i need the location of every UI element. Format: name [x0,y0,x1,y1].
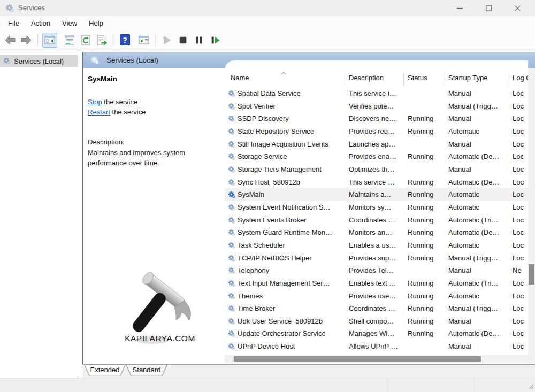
stop-service-link[interactable]: Stop [88,98,102,106]
service-gear-icon [228,293,235,302]
column-divider[interactable] [403,72,404,86]
cell-name: State Repository Service [238,127,344,135]
vertical-scrollbar[interactable] [528,68,535,363]
service-row[interactable]: ThemesProvides use…RunningAutomaticLoc [225,290,528,303]
cell-description: Launches ap… [349,140,402,148]
service-row[interactable]: Still Image Acquisition EventsLaunches a… [225,138,528,151]
service-row[interactable]: System Event Notification S…Monitors sy…… [225,201,528,214]
service-row[interactable]: Update Orchestrator ServiceManages Wi…Ru… [225,327,528,340]
cell-log-on-as: Loc [513,114,528,122]
service-row[interactable]: SSDP DiscoveryDiscovers ne…RunningManual… [225,112,528,125]
maximize-button[interactable] [476,0,501,16]
cell-log-on-as: Loc [513,216,528,224]
column-header-log-on-as[interactable]: Log On As [513,74,528,82]
cell-startup-type: Manual [448,165,508,173]
service-row[interactable]: Storage Tiers ManagementOptimizes th…Man… [225,163,528,176]
cell-startup-type: Automatic (De… [448,152,508,160]
window-title: Services [18,4,45,12]
menu-view[interactable]: View [56,17,83,29]
cell-startup-type: Automatic (Tri… [448,216,508,224]
service-row[interactable]: System Events BrokerCoordinates …Running… [225,214,528,227]
cell-startup-type: Manual [448,114,508,122]
tree-item-services-local[interactable]: Services (Local) [0,55,78,67]
cell-description: Manages Wi… [349,329,402,337]
stop-service-button[interactable] [176,33,190,47]
column-divider[interactable] [445,72,445,86]
service-row[interactable]: TCP/IP NetBIOS HelperProvides sup…Runnin… [225,252,528,265]
menu-action[interactable]: Action [25,17,56,29]
forward-button[interactable] [19,33,33,47]
cell-description: Provides Tel… [349,266,402,274]
column-header-startup-type[interactable]: Startup Type [448,74,487,82]
restart-service-button[interactable] [208,33,222,47]
service-gear-icon [228,343,235,352]
cell-description: Allows UPnP … [349,342,402,350]
tree-item-label: Services (Local) [14,57,64,65]
extended-view-title: Services (Local) [106,56,158,64]
cell-name: System Event Notification S… [238,203,344,211]
refresh-button[interactable] [79,33,93,47]
service-row[interactable]: SysMainMaintains a…RunningAutomaticLoc [225,188,528,201]
export-list-button[interactable] [95,33,109,47]
minimize-button[interactable] [447,0,472,16]
pause-service-icon [194,35,204,45]
column-divider[interactable] [346,72,346,86]
service-row[interactable]: Spot VerifierVerifies pote…Manual (Trigg… [225,100,528,113]
resize-grip[interactable] [528,382,534,391]
show-hide-action-pane-button[interactable] [137,33,151,47]
service-row[interactable]: System Guard Runtime Mon…Monitors an…Run… [225,226,528,239]
cell-name: Telephony [238,266,344,274]
service-gear-icon [228,255,235,264]
start-service-button[interactable] [160,33,174,47]
service-row[interactable]: Storage ServiceProvides ena…RunningAutom… [225,150,528,163]
service-row[interactable]: Text Input Management Ser…Enables text …… [225,277,528,290]
service-row[interactable]: Spatial Data ServiceThis service i…Manua… [225,87,528,100]
cell-status: Running [408,228,441,236]
cell-description: Provides use… [349,292,402,300]
service-row[interactable]: Udk User Service_580912bShell compo…Runn… [225,315,528,328]
cell-name: Spatial Data Service [238,89,344,97]
pause-service-button[interactable] [192,33,206,47]
horizontal-scrollbar[interactable] [225,355,528,363]
cell-startup-type: Manual (Trigg… [448,102,508,110]
column-header-description[interactable]: Description [349,74,384,82]
close-button[interactable] [505,0,530,16]
cell-status: Running [408,292,441,300]
cell-name: Update Orchestrator Service [238,329,344,337]
cell-log-on-as: Ne [513,266,528,274]
cell-description: Maintains a… [349,190,402,198]
cell-startup-type: Automatic [448,241,508,249]
restart-service-link[interactable]: Restart [88,108,110,116]
cell-name: Storage Tiers Management [238,165,344,173]
cell-startup-type: Manual [448,266,508,274]
watermark-site-text: KAPILARYA.COM [83,334,237,343]
menu-help[interactable]: Help [83,17,109,29]
cell-status: Running [408,178,441,186]
tab-extended[interactable]: Extended [84,365,126,376]
cell-startup-type: Automatic (De… [448,178,508,186]
column-header-status[interactable]: Status [408,74,427,82]
properties-button[interactable] [63,33,77,47]
tab-standard[interactable]: Standard [126,365,167,376]
service-row[interactable]: Task SchedulerEnables a us…RunningAutoma… [225,239,528,252]
back-button[interactable] [3,33,17,47]
column-header-name[interactable]: Name [231,74,249,82]
show-hide-console-tree-button[interactable] [42,33,57,48]
service-row[interactable]: Time BrokerCoordinates …RunningManual (T… [225,302,528,315]
help-button[interactable]: ? [118,33,132,47]
menu-file[interactable]: File [2,17,25,29]
title-bar: Services [0,0,535,16]
service-row[interactable]: UPnP Device HostAllows UPnP …ManualLoc [225,340,528,353]
description-label: Description: [88,138,125,146]
service-row[interactable]: TelephonyProvides Tel…ManualNe [225,264,528,277]
service-row[interactable]: Sync Host_580912bThis service …RunningAu… [225,176,528,189]
cell-name: UPnP Device Host [238,342,344,350]
vertical-scrollbar-thumb[interactable] [529,264,534,285]
service-row[interactable]: State Repository ServiceProvides req…Run… [225,125,528,138]
column-divider[interactable] [509,72,509,86]
horizontal-scrollbar-thumb[interactable] [234,356,481,362]
cell-name: System Events Broker [238,216,344,224]
forward-icon [20,34,32,46]
cell-startup-type: Automatic [448,190,508,198]
tab-extended-label: Extended [84,366,126,374]
